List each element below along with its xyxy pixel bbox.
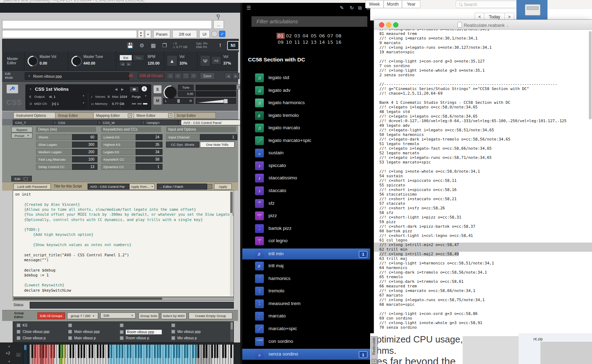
group-item[interactable]: Room vibsus ppp [120,330,162,334]
calendar-tab-year[interactable]: Year [402,0,420,8]
black-key[interactable] [111,345,112,358]
articulation-row[interactable]: ⋰legato marcato+spic [242,136,370,146]
output-value[interactable]: st. 1 [49,95,55,99]
docker-close-icon[interactable]: ✕ [372,359,377,364]
popout-icon[interactable]: ↗ [168,113,172,118]
tab-script-editor[interactable]: Script Editor [174,112,216,119]
tab-group-editor[interactable]: Group Editor [55,112,94,119]
reabank-document[interactable]: //! c=long-dark i=tremolo o=note:30,1/no… [374,29,592,334]
preset-field[interactable] [2,30,137,38]
script-tab-1[interactable]: CSS_T [13,120,55,125]
preset-plus-button[interactable]: + [145,30,151,38]
midi-dropdown-icon[interactable]: ▼ [82,102,85,104]
articulation-row[interactable]: ♫legato marcato [242,123,370,133]
articulation-row[interactable]: ♪staccato [242,186,370,196]
param-value[interactable]: 58 [136,156,162,162]
preset-dropdown[interactable]: Preset▼ [11,133,32,138]
info-icon[interactable]: i [142,86,147,91]
articulation-row[interactable]: col♪col legno [242,236,370,246]
black-key[interactable] [230,345,232,358]
script-tab-3[interactable]: CSS_W [100,120,143,125]
black-key[interactable] [91,345,93,358]
group-solo-button[interactable]: Group Solo [138,312,159,319]
black-key[interactable] [222,345,224,358]
tab-mapping-editor[interactable]: Mapping Editor↗ [93,112,134,119]
param-value[interactable]: 200 [72,149,97,155]
group-list-scrollbar[interactable] [230,322,233,342]
articulation-row[interactable]: ₒsenza sordino1 [242,349,370,360]
articulation-row[interactable]: ♪spiccato [242,161,370,171]
group-item[interactable] [171,323,175,327]
group-checkbox[interactable] [17,330,20,334]
popout-icon[interactable]: ↗ [128,113,132,118]
black-key[interactable] [122,345,123,358]
black-key[interactable] [135,345,137,358]
group-item[interactable] [68,323,72,327]
midi-channel-02[interactable]: 02 [285,33,293,39]
articulation-row[interactable]: ᵒ♪bartok pizz [242,223,370,234]
fx-more-button[interactable]: ... [213,20,224,29]
midi-channel-04[interactable]: 04 [301,33,309,39]
create-empty-group-button[interactable]: Create Empty Group [189,312,232,319]
tuning-fork-icon[interactable]: Ψ [200,55,211,66]
articulation-row[interactable]: ˆ♩marcato [242,311,370,322]
edit-all-groups-button[interactable]: Edit all Groups [138,72,165,79]
select-by-midi-button[interactable]: Select by MIDI [161,312,187,319]
black-key[interactable] [72,345,74,358]
midi-channel-07[interactable]: 07 [326,33,334,39]
black-key[interactable] [83,345,85,358]
master-tune-knob[interactable] [71,56,82,66]
black-key[interactable] [225,345,226,358]
param-value[interactable]: 1 [200,134,237,140]
black-key[interactable] [203,345,205,358]
black-key[interactable] [42,345,44,358]
articulation-row[interactable]: ᵒₒharmonics [242,274,370,284]
next-patch-icon[interactable]: ▶ [121,87,124,91]
midi-channel-08[interactable]: 08 [335,33,343,39]
group-checkbox[interactable] [120,336,124,340]
apply-button[interactable]: Apply [214,184,232,190]
param-value[interactable]: 13 [72,164,97,170]
param-button[interactable]: Param [153,30,170,38]
instrument-name[interactable]: CSS 1st Violins [35,86,69,92]
articulation-row[interactable]: ♬trill min1 [242,249,370,259]
collapse-icon[interactable]: ▼ [29,88,32,90]
midi-ch-value[interactable]: [A] 1 [52,102,59,106]
save-icon[interactable]: 💾 [127,42,134,49]
group-checkbox[interactable] [17,323,20,327]
tab-wave-editor[interactable]: Wave Editor↗ [134,112,174,119]
group-edit-dropdown[interactable]: Edit▼ [100,312,136,318]
black-key[interactable] [159,345,161,358]
group-checkbox[interactable] [68,336,72,340]
black-key[interactable] [214,345,216,358]
bpm-value[interactable]: 120.00 [148,61,160,65]
articulation-row[interactable]: c.sordₒcon sordino [242,336,370,347]
group-checkbox[interactable] [68,323,72,327]
param-value[interactable]: 34 [136,149,162,155]
group-checkbox[interactable] [120,330,124,334]
black-key[interactable] [206,345,207,358]
group-checkbox[interactable] [171,323,175,327]
group-checkbox[interactable] [171,336,175,340]
articulation-row[interactable]: ♬legato tremolo [242,111,370,121]
piano-keyboard[interactable] [30,345,234,364]
midi-channel-16[interactable]: 16 [335,39,343,45]
black-key[interactable] [70,345,71,358]
midi-channel-09[interactable]: 09 [277,39,285,45]
param-value[interactable]: 35 [136,142,162,148]
edit-pencil-icon[interactable]: ✎ [340,5,344,11]
octave-up-icon[interactable]: ▲ [8,345,11,348]
midi-channel-06[interactable]: 06 [318,33,326,39]
black-key[interactable] [154,345,156,358]
search-input[interactable]: Search [456,1,518,8]
black-key[interactable] [116,345,118,358]
param-value[interactable]: 24 [136,134,162,140]
inst-tune-value[interactable]: 0.00 [178,91,195,97]
metronome-icon[interactable]: ▲ [167,55,177,66]
textedit-scrollbar[interactable] [589,31,592,119]
editor-patch-field[interactable]: ... Editor / Patch [157,184,207,190]
black-key[interactable] [100,345,101,358]
snapshot-camera-icon[interactable] [130,86,139,92]
wet-knob[interactable] [211,31,218,37]
param-value[interactable]: 1 [136,164,162,170]
